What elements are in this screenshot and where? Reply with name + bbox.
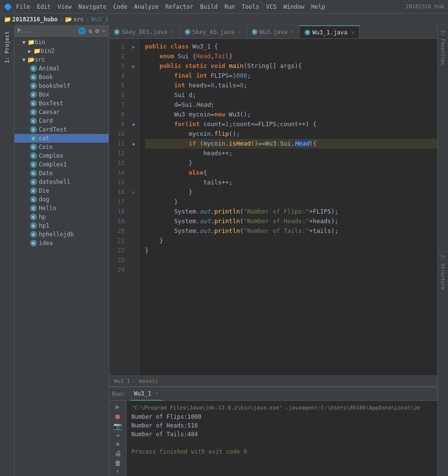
menu-analyze[interactable]: Analyze [134, 3, 159, 10]
java-class-icon: c [30, 135, 37, 142]
tree-item-bookshelf[interactable]: c bookshelf [15, 82, 109, 90]
java-class-icon: c [30, 126, 37, 133]
tree-item-src[interactable]: ▼ 📂 src [15, 55, 109, 64]
sidebar-tab-structure[interactable]: Z: Structure [439, 252, 447, 293]
gutter-24 [128, 265, 139, 275]
tree-item-dog[interactable]: c dog [15, 195, 109, 204]
run-settings-button[interactable]: ≡ [112, 441, 124, 447]
run-wrap-button[interactable]: ⇥ [112, 432, 124, 439]
menu-run[interactable]: Run [224, 3, 235, 10]
tab-skey-des[interactable]: c Skey_DES.java × [109, 25, 180, 39]
menu-window[interactable]: Window [283, 3, 304, 10]
tree-item-cat[interactable]: c cat [15, 134, 109, 143]
tree-item-idea[interactable]: c idea [15, 239, 109, 247]
tree-item-bin2[interactable]: ▶ 📁 bin2 [15, 47, 109, 55]
code-line-7: d=Sui.Head; [145, 100, 437, 110]
menu-build[interactable]: Build [200, 3, 218, 10]
tree-item-book[interactable]: c Book [15, 73, 109, 82]
code-line-5: int heads=0,tails=0; [145, 81, 437, 90]
run-print-button[interactable]: 🖨 [112, 449, 124, 457]
tab-wu3[interactable]: c Wu3.java × [247, 25, 300, 39]
tree-item-die[interactable]: c Die [15, 186, 109, 195]
menu-bar: 🔷 File Edit View Navigate Code Analyze R… [0, 0, 448, 14]
gutter-16: ◇ [128, 187, 139, 197]
tree-item-boxtest[interactable]: c BoxTest [15, 99, 109, 108]
menu-code[interactable]: Code [113, 3, 128, 10]
tree-label: bin [35, 39, 46, 46]
menu-navigate[interactable]: Navigate [79, 3, 107, 10]
gutter-11[interactable]: ◆ [128, 139, 139, 148]
gutter-15 [128, 178, 139, 187]
bottom-content: ▶ ■ 📷 ⇥ ≡ 🖨 🗑 ⬇ "C:\Program Files\Java\j… [109, 401, 437, 476]
tree-item-hphellojdb[interactable]: c hphellojdb [15, 230, 109, 239]
menu-edit[interactable]: Edit [37, 3, 51, 10]
tab-close-icon[interactable]: × [291, 29, 295, 35]
tab-wu3-1[interactable]: c Wu3_1.java × [300, 25, 360, 39]
tab-close-icon[interactable]: × [171, 29, 175, 35]
menu-tools[interactable]: Tools [242, 3, 259, 10]
sync-icon[interactable]: ⇅ [89, 27, 93, 34]
java-class-icon: c [30, 117, 37, 124]
bottom-tab-close-icon[interactable]: × [155, 390, 159, 396]
run-expand-button[interactable]: ⬇ [112, 469, 124, 474]
editor-area: c Skey_DES.java × c Skey_kb.java × c Wu3… [109, 25, 437, 476]
tree-item-card[interactable]: c Card [15, 116, 109, 125]
tab-close-icon[interactable]: × [352, 29, 355, 35]
run-gutter-3[interactable]: ▶ [128, 61, 139, 71]
bottom-tab-wu3-1[interactable]: Wu3_1 × [130, 387, 162, 401]
tab-skey-kb[interactable]: c Skey_kb.java × [180, 25, 247, 39]
java-class-icon: c [30, 170, 37, 177]
sidebar-tab-favorites[interactable]: 2: Favorites [439, 27, 447, 68]
gutter-22 [128, 246, 139, 255]
code-line-10: mycoin.flip(); [145, 129, 437, 139]
run-stop-button[interactable]: ■ [112, 412, 124, 420]
run-play-button[interactable]: ▶ [112, 403, 124, 410]
code-line-13: } [145, 158, 437, 168]
tab-bar: c Skey_DES.java × c Skey_kb.java × c Wu3… [109, 25, 437, 39]
code-content[interactable]: public class Wu3_1 { enum Sui {Head,Tail… [139, 39, 437, 376]
settings-icon[interactable]: ⚙ [95, 27, 99, 34]
menu-vcs[interactable]: VCS [266, 3, 277, 10]
menu-refactor[interactable]: Refactor [165, 3, 193, 10]
sidebar-tab-project[interactable]: 1: Project [2, 27, 12, 67]
tab-close-icon[interactable]: × [238, 29, 241, 35]
breadcrumb-project[interactable]: 20182316_hubo [12, 16, 58, 23]
globe-icon[interactable]: 🌐 [78, 27, 86, 34]
panel-header-icons: 🌐 ⇅ ⚙ − [78, 27, 106, 34]
tree-item-hello[interactable]: c Hello [15, 204, 109, 213]
tree-item-dateshell[interactable]: c dateshell [15, 178, 109, 186]
code-line-20: System.out.println("Number of Tails:"+ta… [145, 226, 437, 236]
tree-item-animal[interactable]: c Animal [15, 64, 109, 73]
gutter-21 [128, 236, 139, 246]
tree-item-hp[interactable]: c hp [15, 213, 109, 221]
tree-item-cardtest[interactable]: c CardTest [15, 125, 109, 134]
tree-item-date[interactable]: c Date [15, 169, 109, 178]
tree-item-bin[interactable]: ▼ 📁 bin [15, 38, 109, 47]
run-camera-button[interactable]: 📷 [112, 422, 124, 430]
folder-icon: 📁 [28, 39, 35, 46]
tree-item-coin[interactable]: c Coin [15, 143, 109, 151]
run-gutter-1[interactable]: ▶ [128, 42, 139, 51]
breadcrumb-file[interactable]: Wu3_1 [91, 16, 109, 23]
breadcrumb-bar: 📁 20182316_hubo › 📂 src › Wu3_1 [0, 14, 448, 25]
tree-item-complex[interactable]: c Complex [15, 151, 109, 160]
line-number: 6 [109, 90, 128, 100]
line-number: 18 [109, 207, 128, 216]
java-tab-icon: c [185, 29, 191, 35]
gutter-5 [128, 81, 139, 90]
line-number: 21 [109, 236, 128, 246]
tree-item-complex1[interactable]: c Complex1 [15, 160, 109, 169]
project-folder-icon: 📁 [4, 16, 11, 23]
tree-item-caesar[interactable]: c Caesar [15, 108, 109, 116]
java-class-icon: c [30, 240, 37, 246]
minus-icon[interactable]: − [102, 27, 106, 34]
menu-help[interactable]: Help [311, 3, 325, 10]
menu-file[interactable]: File [16, 3, 30, 10]
breadcrumb-src[interactable]: src [73, 16, 84, 23]
run-trash-button[interactable]: 🗑 [112, 459, 124, 467]
menu-view[interactable]: View [58, 3, 72, 10]
tree-item-box[interactable]: c Box [15, 90, 109, 99]
tree-item-hp1[interactable]: c hp1 [15, 221, 109, 230]
tree-label: Card [39, 117, 53, 124]
tree-label: Date [39, 170, 53, 177]
